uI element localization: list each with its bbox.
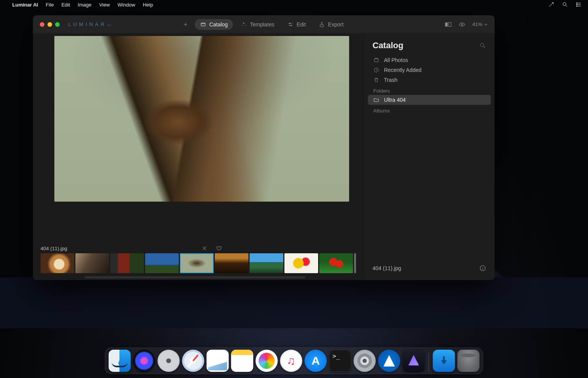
main-nav: Catalog Templates Edit Export [179, 19, 349, 30]
menu-edit[interactable]: Edit [61, 2, 70, 8]
footer-file-name: 404 (11).jpg [372, 265, 401, 271]
chevron-down-icon [484, 23, 488, 26]
sidebar-item-label: Ultra 404 [384, 97, 406, 103]
svg-point-11 [480, 43, 484, 47]
menu-file[interactable]: File [46, 2, 54, 8]
titlebar: LUMINAR AI Catalog Templates Edit Export [33, 15, 495, 34]
svg-point-0 [563, 3, 566, 6]
dock-launchpad-icon[interactable] [158, 350, 180, 372]
svg-point-3 [577, 6, 577, 7]
dock-downloads-icon[interactable] [433, 350, 455, 372]
thumb-9[interactable] [354, 253, 356, 273]
app-logo-sup: AI [108, 23, 112, 27]
dock-trash-icon[interactable] [457, 350, 480, 372]
dock-settings-icon[interactable] [354, 350, 376, 372]
sidebar-item-recently-added[interactable]: Recently Added [368, 65, 491, 75]
titlebar-right: 41% [445, 21, 488, 27]
photo-stage[interactable] [33, 34, 364, 243]
tab-export-label: Export [328, 21, 343, 28]
add-button[interactable] [179, 19, 193, 30]
sidebar-item-trash[interactable]: Trash [368, 75, 491, 85]
dock-photos-icon[interactable] [256, 350, 278, 372]
export-icon [319, 21, 325, 28]
favorite-icon[interactable] [216, 245, 222, 251]
luminar-window: LUMINAR AI Catalog Templates Edit Export [33, 15, 495, 280]
spotlight-icon[interactable] [562, 2, 568, 8]
dock-sharing-icon[interactable] [378, 350, 400, 372]
dock-music-icon[interactable] [280, 350, 302, 372]
menubar-right [548, 2, 582, 8]
main-photo [54, 36, 349, 202]
sidebar-section-folders: Folders [368, 85, 491, 95]
minimize-window-button[interactable] [47, 22, 52, 27]
search-icon[interactable] [479, 42, 486, 49]
thumb-6[interactable] [250, 253, 283, 273]
sidebar-folder-ultra404[interactable]: Ultra 404 [368, 95, 491, 105]
input-icon[interactable] [548, 2, 554, 8]
filmstrip-scrollbar[interactable] [85, 276, 305, 279]
svg-point-1 [577, 3, 577, 3]
tab-edit-label: Edit [297, 21, 306, 28]
close-window-button[interactable] [40, 22, 44, 27]
tab-export[interactable]: Export [314, 19, 349, 30]
macos-menubar: Luminar AI File Edit Image View Window H… [0, 0, 588, 9]
svg-rect-9 [449, 22, 451, 26]
svg-rect-8 [445, 22, 448, 26]
dock-luminar-icon[interactable] [403, 350, 425, 372]
app-logo: LUMINAR AI [68, 21, 112, 27]
thumb-7[interactable] [284, 253, 318, 273]
thumb-4-selected[interactable] [180, 253, 214, 273]
thumb-1[interactable] [75, 253, 109, 273]
canvas-area: 404 (11).jpg [33, 34, 364, 280]
dock-terminal-icon[interactable] [329, 350, 351, 372]
dock-mail-icon[interactable] [207, 350, 229, 372]
dock-siri-icon[interactable] [133, 350, 155, 372]
sparkle-icon [241, 21, 247, 28]
svg-rect-4 [201, 23, 205, 26]
zoom-indicator[interactable]: 41% [472, 21, 488, 27]
thumb-5[interactable] [215, 253, 248, 273]
fullscreen-window-button[interactable] [55, 22, 60, 27]
macos-dock [105, 347, 483, 374]
filmstrip[interactable] [41, 253, 356, 273]
sliders-icon [287, 21, 294, 28]
dock-finder-icon[interactable] [109, 350, 131, 372]
sidebar-section-albums: Albums [368, 105, 491, 115]
svg-point-2 [577, 4, 577, 5]
tab-templates[interactable]: Templates [235, 19, 280, 30]
quick-preview-icon[interactable] [459, 22, 466, 27]
sidebar-item-label: Recently Added [384, 67, 421, 73]
window-controls [40, 22, 60, 27]
dock-safari-icon[interactable] [182, 350, 204, 372]
thumb-2[interactable] [110, 253, 144, 273]
clock-icon [373, 67, 379, 73]
filmstrip-bar: 404 (11).jpg [33, 243, 364, 280]
dock-appstore-icon[interactable] [305, 350, 327, 372]
plus-icon [183, 21, 189, 28]
tab-templates-label: Templates [250, 21, 274, 28]
menu-view[interactable]: View [99, 2, 110, 8]
reject-icon[interactable] [201, 245, 207, 251]
catalog-sidebar: Catalog All Photos Recently Added Trash … [364, 34, 495, 280]
svg-point-10 [461, 23, 463, 25]
menu-app-name[interactable]: Luminar AI [12, 2, 38, 8]
stack-icon [373, 57, 379, 63]
trash-icon [373, 77, 379, 83]
app-logo-text: LUMINAR [68, 21, 107, 27]
tab-catalog[interactable]: Catalog [195, 19, 233, 30]
menu-help[interactable]: Help [143, 2, 153, 8]
thumb-8[interactable] [319, 253, 353, 273]
control-center-icon[interactable] [576, 2, 582, 8]
dock-notes-icon[interactable] [231, 350, 253, 372]
menu-window[interactable]: Window [118, 2, 135, 8]
zoom-value: 41% [472, 21, 482, 27]
compare-view-icon[interactable] [445, 22, 452, 27]
sidebar-item-label: All Photos [384, 57, 408, 63]
sidebar-item-all-photos[interactable]: All Photos [368, 55, 491, 65]
tab-edit[interactable]: Edit [282, 19, 311, 30]
thumb-3[interactable] [145, 253, 179, 273]
info-icon[interactable] [479, 265, 486, 272]
thumb-0[interactable] [41, 253, 74, 273]
sidebar-footer: 404 (11).jpg [364, 259, 495, 280]
menu-image[interactable]: Image [78, 2, 91, 8]
